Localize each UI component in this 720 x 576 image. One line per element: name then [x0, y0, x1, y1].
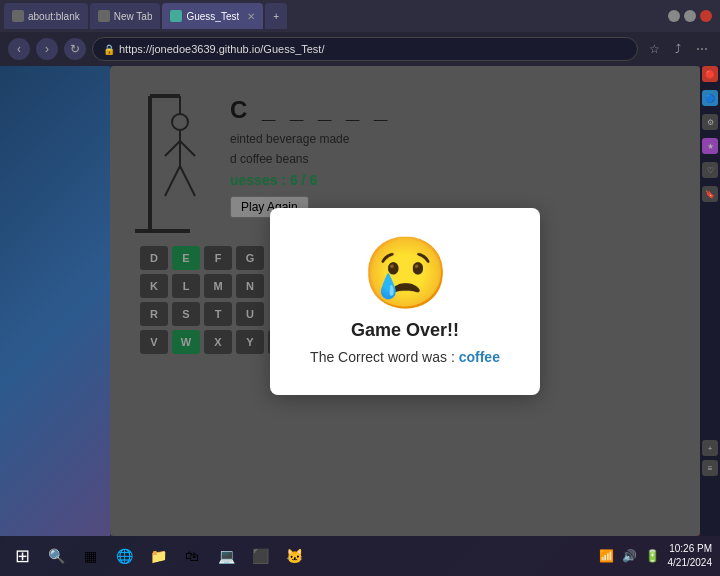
modal-title: Game Over!! [310, 320, 500, 341]
modal-overlay: 😢 Game Over!! The Correct word was : cof… [110, 66, 700, 536]
nav-actions: ☆ ⤴ ⋯ [644, 39, 712, 59]
browser-sidebar: 🔴 🔵 ⚙ ★ ♡ 🔖 + ≡ [700, 0, 720, 536]
taskbar-clock[interactable]: 10:26 PM 4/21/2024 [668, 542, 713, 570]
tab-bar: about:blank New Tab Guess_Test ✕ + [0, 0, 720, 32]
sidebar-icon-4[interactable]: ★ [702, 138, 718, 154]
taskbar-vscode[interactable]: 💻 [210, 540, 242, 572]
battery-icon: 🔋 [645, 549, 660, 563]
sidebar-icon-1[interactable]: 🔴 [702, 66, 718, 82]
taskbar-github[interactable]: 🐱 [278, 540, 310, 572]
sidebar-extra-icon[interactable]: ≡ [702, 460, 718, 476]
taskbar-icons: 🔍 ▦ 🌐 📁 🛍 💻 ⬛ 🐱 [40, 540, 599, 572]
tab-2[interactable]: New Tab [90, 3, 161, 29]
taskbar-search[interactable]: 🔍 [40, 540, 72, 572]
tab-1-label: about:blank [28, 11, 80, 22]
tab-close-icon[interactable]: ✕ [247, 11, 255, 22]
address-bar[interactable]: 🔒 https://jonedoe3639.github.io/Guess_Te… [92, 37, 638, 61]
new-tab-label: + [273, 11, 279, 22]
tab-2-label: New Tab [114, 11, 153, 22]
tab-active-favicon [170, 10, 182, 22]
minimize-btn[interactable] [668, 10, 680, 22]
game-area: C _ _ _ _ _ einted beverage made d coffe… [110, 66, 700, 536]
network-icon: 📶 [599, 549, 614, 563]
reload-button[interactable]: ↻ [64, 38, 86, 60]
game-over-modal: 😢 Game Over!! The Correct word was : cof… [270, 208, 540, 395]
back-button[interactable]: ‹ [8, 38, 30, 60]
volume-icon: 🔊 [622, 549, 637, 563]
taskbar-file-explorer[interactable]: 📁 [142, 540, 174, 572]
taskbar-widgets[interactable]: ▦ [74, 540, 106, 572]
tab-new[interactable]: + [265, 3, 287, 29]
share-button[interactable]: ⤴ [668, 39, 688, 59]
start-button[interactable]: ⊞ [4, 538, 40, 574]
taskbar-edge[interactable]: 🌐 [108, 540, 140, 572]
sidebar-icon-3[interactable]: ⚙ [702, 114, 718, 130]
clock-date: 4/21/2024 [668, 556, 713, 570]
taskbar: ⊞ 🔍 ▦ 🌐 📁 🛍 💻 ⬛ 🐱 📶 🔊 🔋 10:26 PM 4/21/20… [0, 536, 720, 576]
modal-word: coffee [459, 349, 500, 365]
clock-time: 10:26 PM [668, 542, 713, 556]
address-text: https://jonedoe3639.github.io/Guess_Test… [119, 43, 324, 55]
sidebar-icon-6[interactable]: 🔖 [702, 186, 718, 202]
tab-2-favicon [98, 10, 110, 22]
close-btn[interactable] [700, 10, 712, 22]
tab-active[interactable]: Guess_Test ✕ [162, 3, 263, 29]
taskbar-terminal[interactable]: ⬛ [244, 540, 276, 572]
sidebar-settings-icon[interactable]: + [702, 440, 718, 456]
sidebar-icon-2[interactable]: 🔵 [702, 90, 718, 106]
nav-bar: ‹ › ↻ 🔒 https://jonedoe3639.github.io/Gu… [0, 32, 720, 66]
sidebar-icon-5[interactable]: ♡ [702, 162, 718, 178]
modal-message-text: The Correct word was : [310, 349, 459, 365]
menu-button[interactable]: ⋯ [692, 39, 712, 59]
taskbar-store[interactable]: 🛍 [176, 540, 208, 572]
sad-emoji: 😢 [310, 238, 500, 308]
modal-message: The Correct word was : coffee [310, 349, 500, 365]
sidebar-bottom: + ≡ [702, 440, 718, 476]
browser-chrome: about:blank New Tab Guess_Test ✕ + ‹ › ↻… [0, 0, 720, 66]
forward-button[interactable]: › [36, 38, 58, 60]
taskbar-right: 📶 🔊 🔋 10:26 PM 4/21/2024 [599, 542, 717, 570]
star-button[interactable]: ☆ [644, 39, 664, 59]
tab-1-favicon [12, 10, 24, 22]
tab-1[interactable]: about:blank [4, 3, 88, 29]
maximize-btn[interactable] [684, 10, 696, 22]
tab-active-label: Guess_Test [186, 11, 239, 22]
lock-icon: 🔒 [103, 44, 115, 55]
